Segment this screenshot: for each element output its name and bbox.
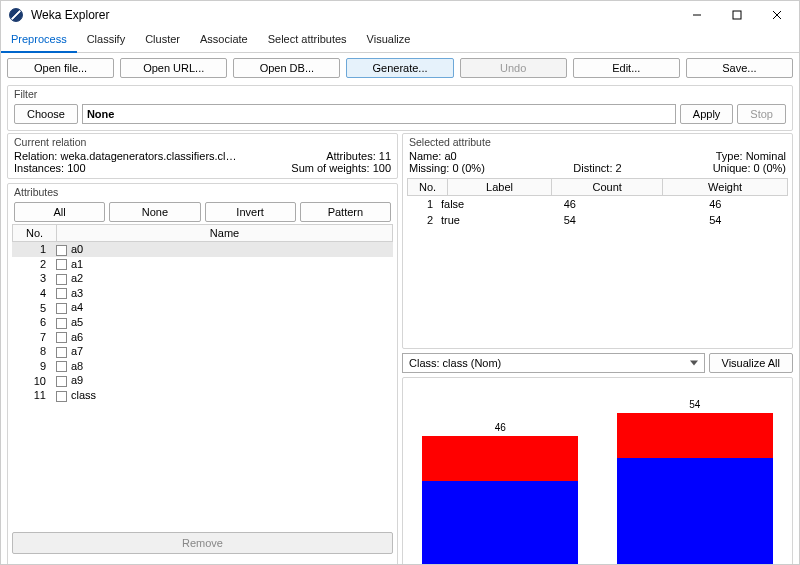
attr-checkbox[interactable] bbox=[56, 332, 67, 343]
filter-apply-button[interactable]: Apply bbox=[680, 104, 734, 124]
attr-none-button[interactable]: None bbox=[109, 202, 200, 222]
chart-segment bbox=[617, 413, 773, 458]
chart-segment bbox=[422, 481, 578, 565]
titlebar: Weka Explorer bbox=[1, 1, 799, 29]
tab-select-attributes[interactable]: Select attributes bbox=[258, 29, 357, 52]
toolbar-open-url-button[interactable]: Open URL... bbox=[120, 58, 227, 78]
sel-col-count[interactable]: Count bbox=[552, 179, 663, 196]
attr-checkbox[interactable] bbox=[56, 318, 67, 329]
attributes-buttons: AllNoneInvertPattern bbox=[12, 200, 393, 224]
selattr-name: Name: a0 bbox=[409, 150, 598, 162]
toolbar-open-db-button[interactable]: Open DB... bbox=[233, 58, 340, 78]
selattr-type: Type: Nominal bbox=[598, 150, 787, 162]
current-relation-title: Current relation bbox=[12, 136, 393, 150]
tab-cluster[interactable]: Cluster bbox=[135, 29, 190, 52]
sel-col-no[interactable]: No. bbox=[408, 179, 448, 196]
histogram-chart: 4654 bbox=[402, 377, 793, 565]
sumweights-label: Sum of weights: bbox=[291, 162, 369, 174]
attr-row[interactable]: 4a3 bbox=[12, 286, 393, 301]
attr-row[interactable]: 5a4 bbox=[12, 300, 393, 315]
filter-choose-button[interactable]: Choose bbox=[14, 104, 78, 124]
attr-checkbox[interactable] bbox=[56, 361, 67, 372]
attr-checkbox[interactable] bbox=[56, 376, 67, 387]
attr-checkbox[interactable] bbox=[56, 274, 67, 285]
attr-row[interactable]: 9a8 bbox=[12, 359, 393, 374]
filter-title: Filter bbox=[8, 86, 792, 100]
attr-pattern-button[interactable]: Pattern bbox=[300, 202, 391, 222]
instances-label: Instances: bbox=[14, 162, 64, 174]
attr-col-name[interactable]: Name bbox=[57, 225, 393, 242]
attr-row[interactable]: 1a0 bbox=[12, 242, 393, 257]
attr-row[interactable]: 10a9 bbox=[12, 373, 393, 388]
attr-checkbox[interactable] bbox=[56, 391, 67, 402]
selattr-list: 1false46462true5454 bbox=[407, 196, 788, 344]
weka-logo-icon bbox=[9, 8, 23, 22]
attr-name: class bbox=[71, 389, 96, 401]
tab-preprocess[interactable]: Preprocess bbox=[1, 29, 77, 53]
window-title: Weka Explorer bbox=[31, 8, 109, 22]
relation-value: weka.datagenerators.classifiers.classifi… bbox=[60, 150, 240, 162]
sel-col-weight[interactable]: Weight bbox=[663, 179, 788, 196]
attr-checkbox[interactable] bbox=[56, 245, 67, 256]
attr-row[interactable]: 3a2 bbox=[12, 271, 393, 286]
chart-segment bbox=[617, 458, 773, 565]
selattr-unique: Unique: 0 (0%) bbox=[660, 162, 786, 174]
toolbar-open-file-button[interactable]: Open file... bbox=[7, 58, 114, 78]
attributes-value: 11 bbox=[379, 150, 391, 162]
chart-bar-label: 46 bbox=[422, 422, 578, 433]
attr-name: a8 bbox=[71, 360, 83, 372]
attr-row[interactable]: 7a6 bbox=[12, 330, 393, 345]
attr-name: a7 bbox=[71, 345, 83, 357]
filter-panel: Filter Choose None Apply Stop bbox=[7, 85, 793, 131]
attr-row[interactable]: 2a1 bbox=[12, 257, 393, 272]
attr-row[interactable]: 8a7 bbox=[12, 344, 393, 359]
attr-checkbox[interactable] bbox=[56, 303, 67, 314]
attr-checkbox[interactable] bbox=[56, 347, 67, 358]
attr-name: a9 bbox=[71, 374, 83, 386]
selattr-distinct: Distinct: 2 bbox=[535, 162, 661, 174]
selected-attribute-title: Selected attribute bbox=[407, 136, 788, 150]
class-row: Class: class (Nom) Visualize All bbox=[402, 353, 793, 373]
tab-associate[interactable]: Associate bbox=[190, 29, 258, 52]
instances-value: 100 bbox=[67, 162, 85, 174]
attributes-list: 1a02a13a24a35a46a57a68a79a810a911class bbox=[12, 242, 393, 528]
filter-stop-button[interactable]: Stop bbox=[737, 104, 786, 124]
chart-segment bbox=[422, 436, 578, 481]
attr-name: a3 bbox=[71, 287, 83, 299]
selattr-row[interactable]: 2true5454 bbox=[407, 212, 788, 228]
attr-checkbox[interactable] bbox=[56, 259, 67, 270]
sumweights-value: 100 bbox=[373, 162, 391, 174]
attr-col-no[interactable]: No. bbox=[13, 225, 57, 242]
attr-name: a5 bbox=[71, 316, 83, 328]
attr-row[interactable]: 11class bbox=[12, 388, 393, 403]
toolbar-generate-button[interactable]: Generate... bbox=[346, 58, 453, 78]
attr-name: a0 bbox=[71, 243, 83, 255]
tab-visualize[interactable]: Visualize bbox=[357, 29, 421, 52]
chart-bar-label: 54 bbox=[617, 399, 773, 410]
attributes-row: Attributes: 11 bbox=[240, 150, 391, 162]
toolbar-edit-button[interactable]: Edit... bbox=[573, 58, 680, 78]
selattr-row[interactable]: 1false4646 bbox=[407, 196, 788, 212]
svg-rect-1 bbox=[733, 11, 741, 19]
class-combo[interactable]: Class: class (Nom) bbox=[402, 353, 705, 373]
attr-name: a4 bbox=[71, 301, 83, 313]
visualize-all-button[interactable]: Visualize All bbox=[709, 353, 794, 373]
attr-checkbox[interactable] bbox=[56, 288, 67, 299]
instances-row: Instances: 100 bbox=[14, 162, 240, 174]
attr-all-button[interactable]: All bbox=[14, 202, 105, 222]
maximize-button[interactable] bbox=[717, 1, 757, 29]
remove-button[interactable]: Remove bbox=[12, 532, 393, 554]
sel-col-label[interactable]: Label bbox=[448, 179, 552, 196]
toolbar-undo-button[interactable]: Undo bbox=[460, 58, 567, 78]
relation-label: Relation: bbox=[14, 150, 57, 162]
filter-value-field[interactable]: None bbox=[82, 104, 676, 124]
chart-bar: 54 bbox=[617, 413, 773, 565]
toolbar-save-button[interactable]: Save... bbox=[686, 58, 793, 78]
close-button[interactable] bbox=[757, 1, 797, 29]
minimize-button[interactable] bbox=[677, 1, 717, 29]
tab-classify[interactable]: Classify bbox=[77, 29, 136, 52]
attributes-label: Attributes: bbox=[326, 150, 376, 162]
attr-invert-button[interactable]: Invert bbox=[205, 202, 296, 222]
tabstrip: PreprocessClassifyClusterAssociateSelect… bbox=[1, 29, 799, 53]
attr-row[interactable]: 6a5 bbox=[12, 315, 393, 330]
